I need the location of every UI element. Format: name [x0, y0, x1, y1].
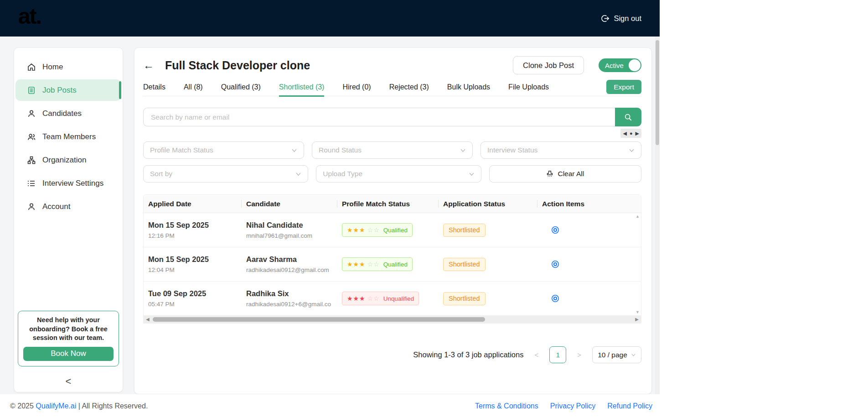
brand-link[interactable]: QualifyMe.ai — [36, 402, 76, 410]
content-area: Home Job Posts Candidates — [0, 37, 660, 394]
terms-link[interactable]: Terms & Conditions — [475, 402, 538, 410]
scroll-dot-icon[interactable]: ● — [630, 131, 633, 136]
page-scroll-thumb[interactable] — [656, 40, 659, 145]
footer: © 2025 QualifyMe.ai | All Rights Reserve… — [0, 394, 660, 418]
table-scroll-controls: ◀ ● ▶ — [143, 129, 641, 138]
search-input[interactable] — [143, 108, 615, 126]
table-row: Mon 15 Sep 2025 12:04 PM Aarav Sharma ra… — [144, 247, 641, 282]
toggle-label: Active — [605, 62, 624, 69]
export-button[interactable]: Export — [606, 80, 641, 94]
sidebar-item-candidates[interactable]: Candidates — [16, 103, 121, 124]
sidebar-collapse-button[interactable]: < — [14, 376, 123, 387]
sidebar-item-home[interactable]: Home — [16, 56, 121, 78]
sign-out-label: Sign out — [614, 14, 641, 23]
scroll-right-icon[interactable]: ▶ — [635, 317, 639, 322]
job-posts-icon — [27, 86, 36, 95]
sidebar-item-label: Organization — [42, 156, 86, 165]
table-row: Tue 09 Sep 2025 05:47 PM Radhika Six rad… — [144, 282, 641, 316]
tab-shortlisted[interactable]: Shortlisted (3) — [279, 78, 325, 96]
table-header: Applied Date Candidate Profile Match Sta… — [144, 195, 641, 213]
sidebar-item-label: Candidates — [42, 109, 82, 118]
view-application-button[interactable] — [549, 293, 561, 304]
list-icon — [27, 179, 36, 188]
profile-match-status-select[interactable]: Profile Match Status — [143, 141, 304, 159]
view-application-button[interactable] — [549, 224, 561, 236]
home-icon — [27, 63, 36, 72]
page-number-button[interactable]: 1 — [549, 346, 566, 363]
tab-file-uploads[interactable]: File Uploads — [508, 78, 549, 96]
select-placeholder: Round Status — [319, 146, 362, 154]
clear-all-button[interactable]: Clear All — [489, 165, 641, 183]
refund-link[interactable]: Refund Policy — [607, 402, 652, 410]
candidate-name: Nihal Candidate — [246, 221, 337, 230]
horizontal-scroll-thumb[interactable] — [153, 317, 485, 322]
chevron-down-icon — [460, 147, 466, 153]
application-status-badge: Shortlisted — [443, 258, 486, 271]
chevron-down-icon — [629, 147, 635, 153]
search-button[interactable] — [615, 108, 641, 126]
copyright-year: © 2025 — [10, 402, 34, 410]
view-application-button[interactable] — [549, 258, 561, 270]
column-header-profile-match: Profile Match Status — [337, 195, 439, 213]
sidebar: Home Job Posts Candidates — [14, 47, 123, 392]
applied-date: Mon 15 Sep 2025 — [148, 255, 242, 264]
sidebar-item-label: Account — [42, 202, 70, 211]
toggle-knob — [629, 59, 641, 71]
chevron-down-icon — [631, 352, 636, 357]
main-panel: ← Full Stack Developer clone Clone Job P… — [134, 47, 652, 394]
scroll-left-icon[interactable]: ◀ — [623, 131, 626, 136]
clone-job-post-button[interactable]: Clone Job Post — [513, 56, 584, 74]
sidebar-item-team-members[interactable]: Team Members — [16, 126, 121, 147]
page-size-select[interactable]: 10 / page — [592, 346, 641, 363]
copyright: © 2025 QualifyMe.ai | All Rights Reserve… — [10, 402, 148, 410]
privacy-link[interactable]: Privacy Policy — [550, 402, 596, 410]
applications-table: Applied Date Candidate Profile Match Sta… — [143, 194, 641, 324]
tab-qualified[interactable]: Qualified (3) — [221, 78, 261, 96]
scroll-up-icon[interactable]: ▲ — [636, 214, 640, 219]
onboarding-help-card: Need help with your onboarding? Book a f… — [18, 311, 119, 366]
sidebar-item-organization[interactable]: Organization — [16, 149, 121, 171]
previous-page-button[interactable]: < — [532, 351, 540, 359]
page-scrollbar[interactable] — [655, 37, 660, 394]
title-row: ← Full Stack Developer clone Clone Job P… — [143, 54, 641, 76]
candidate-email: radhikadesai0912@gmail.com — [246, 266, 337, 273]
interview-status-select[interactable]: Interview Status — [480, 141, 641, 159]
chevron-down-icon — [295, 171, 301, 177]
chevron-down-icon — [291, 147, 297, 153]
tab-rejected[interactable]: Rejected (3) — [389, 78, 429, 96]
sidebar-item-label: Team Members — [42, 132, 96, 141]
sign-out-button[interactable]: Sign out — [601, 0, 641, 37]
sidebar-item-job-posts[interactable]: Job Posts — [16, 79, 121, 101]
round-status-select[interactable]: Round Status — [312, 141, 473, 159]
chevron-down-icon — [469, 171, 475, 177]
active-status-toggle[interactable]: Active — [599, 58, 641, 72]
upload-type-select[interactable]: Upload Type — [316, 165, 481, 183]
footer-links: Terms & Conditions Privacy Policy Refund… — [475, 402, 652, 410]
select-placeholder: Interview Status — [487, 146, 537, 154]
column-header-action-items: Action Items — [537, 195, 641, 213]
table-horizontal-scrollbar[interactable]: ◀ ▶ — [144, 316, 641, 323]
scroll-right-icon[interactable]: ▶ — [636, 131, 639, 136]
sidebar-nav: Home Job Posts Candidates — [14, 48, 123, 217]
view-eye-icon — [550, 259, 560, 269]
tab-hired[interactable]: Hired (0) — [342, 78, 371, 96]
scroll-left-icon[interactable]: ◀ — [146, 317, 150, 322]
applied-time: 12:04 PM — [148, 266, 242, 273]
search-row — [143, 108, 641, 126]
table-vertical-scrollbar[interactable]: ▲ ▼ — [634, 213, 641, 316]
tab-details[interactable]: Details — [143, 78, 165, 96]
next-page-button[interactable]: > — [575, 351, 583, 359]
scroll-down-icon[interactable]: ▼ — [636, 310, 640, 314]
book-now-button[interactable]: Book Now — [23, 347, 114, 361]
back-arrow-icon[interactable]: ← — [143, 59, 157, 72]
sort-by-select[interactable]: Sort by — [143, 165, 308, 183]
tab-all[interactable]: All (8) — [184, 78, 203, 96]
sidebar-item-interview-settings[interactable]: Interview Settings — [16, 172, 121, 194]
application-status-badge: Shortlisted — [443, 292, 486, 305]
clear-all-label: Clear All — [558, 170, 584, 178]
pagination-summary: Showing 1-3 of 3 job applications — [413, 350, 523, 359]
sidebar-item-account[interactable]: Account — [16, 196, 121, 217]
tab-bulk-uploads[interactable]: Bulk Uploads — [447, 78, 490, 96]
sidebar-item-label: Interview Settings — [42, 179, 103, 188]
applied-date: Tue 09 Sep 2025 — [148, 289, 242, 298]
